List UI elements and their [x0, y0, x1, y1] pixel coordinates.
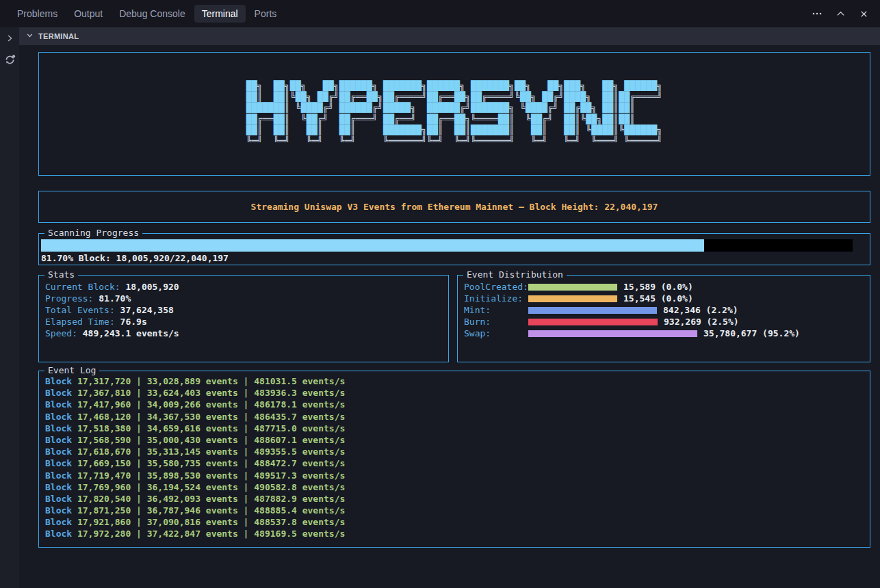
- event-log-row: Block 17,468,120 | 34,367,530 events | 4…: [45, 411, 864, 423]
- maximize-panel-icon[interactable]: [833, 7, 847, 21]
- progress-bar-fill: [41, 239, 704, 252]
- event-log-row: Block 17,871,250 | 36,787,946 events | 4…: [45, 505, 864, 516]
- terminal-section-title: TERMINAL: [38, 32, 79, 40]
- event-log-row: Block 17,568,590 | 35,000,430 events | 4…: [45, 434, 864, 446]
- event-log-row: Block 17,317,720 | 33,028,889 events | 4…: [45, 375, 864, 387]
- distribution-row: Mint:842,346 (2.2%): [464, 304, 864, 316]
- distribution-bar: [528, 319, 658, 325]
- stats-panel: Stats Current Block: 18,005,920Progress:…: [38, 275, 449, 362]
- event-log-panel: Event Log Block 17,317,720 | 33,028,889 …: [38, 371, 870, 548]
- event-log-row: Block 17,518,380 | 34,659,616 events | 4…: [45, 423, 864, 434]
- stat-row: Elapsed Time: 76.9s: [45, 316, 442, 328]
- terminal-section-header: TERMINAL: [19, 27, 880, 45]
- more-actions-icon[interactable]: [810, 7, 824, 21]
- chevron-right-icon[interactable]: [3, 32, 16, 44]
- tab-debug-console[interactable]: Debug Console: [112, 5, 193, 23]
- event-log-row: Block 17,972,280 | 37,422,847 events | 4…: [45, 528, 864, 539]
- hypersync-banner-box: ██╗ ██╗██╗ ██╗██████╗ ███████╗██████╗ ██…: [38, 52, 870, 176]
- vscode-bottom-panel: Problems Output Debug Console Terminal P…: [0, 0, 880, 588]
- chevron-down-icon[interactable]: [25, 30, 34, 42]
- scanning-progress-panel: Scanning Progress 81.70% Block: 18,005,9…: [38, 233, 870, 265]
- event-distribution-title: Event Distribution: [463, 269, 567, 280]
- stat-row: Progress: 81.70%: [45, 293, 442, 304]
- distribution-bar: [528, 284, 617, 291]
- tab-problems[interactable]: Problems: [10, 5, 65, 23]
- distribution-bar: [528, 330, 697, 337]
- event-distribution-rows: PoolCreated:15,589 (0.0%)Initialize:15,5…: [464, 281, 864, 339]
- event-log-row: Block 17,618,670 | 35,313,145 events | 4…: [45, 446, 864, 457]
- distribution-bar: [528, 307, 657, 314]
- stats-distribution-row: Stats Current Block: 18,005,920Progress:…: [38, 275, 870, 362]
- event-distribution-panel: Event Distribution PoolCreated:15,589 (0…: [457, 275, 870, 362]
- sync-icon[interactable]: [3, 53, 16, 66]
- stats-title: Stats: [44, 269, 78, 280]
- hypersync-ascii-art: ██╗ ██╗██╗ ██╗██████╗ ███████╗██████╗ ██…: [246, 81, 663, 147]
- stat-row: Current Block: 18,005,920: [45, 281, 442, 293]
- scanning-progress-title: Scanning Progress: [44, 228, 142, 239]
- event-log-row: Block 17,669,150 | 35,580,735 events | 4…: [45, 457, 864, 469]
- panel-left-strip: [0, 27, 19, 588]
- tab-output[interactable]: Output: [66, 5, 110, 23]
- progress-status-text: 81.70% Block: 18,005,920/22,040,197: [41, 253, 868, 263]
- event-log-row: Block 17,921,860 | 37,090,816 events | 4…: [45, 516, 864, 528]
- distribution-row: Initialize:15,545 (0.0%): [464, 293, 864, 304]
- distribution-row: Swap:35,780,677 (95.2%): [464, 328, 864, 339]
- event-log-rows: Block 17,317,720 | 33,028,889 events | 4…: [45, 375, 864, 540]
- event-log-row: Block 17,719,470 | 35,898,530 events | 4…: [45, 470, 864, 481]
- event-log-title: Event Log: [44, 365, 99, 376]
- tab-terminal[interactable]: Terminal: [194, 5, 246, 23]
- progress-bar-track: [41, 239, 853, 252]
- event-log-row: Block 17,820,540 | 36,492,093 events | 4…: [45, 493, 864, 505]
- terminal-output: ██╗ ██╗██╗ ██╗██████╗ ███████╗██████╗ ██…: [19, 45, 880, 588]
- event-log-row: Block 17,417,960 | 34,009,266 events | 4…: [45, 399, 864, 410]
- tab-ports[interactable]: Ports: [247, 5, 285, 23]
- close-panel-icon[interactable]: [857, 7, 870, 21]
- event-log-row: Block 17,367,810 | 33,624,403 events | 4…: [45, 387, 864, 399]
- stat-row: Total Events: 37,624,358: [45, 304, 442, 316]
- panel-controls: [810, 7, 880, 21]
- stream-message: Streaming Uniswap V3 Events from Ethereu…: [251, 202, 658, 212]
- event-log-row: Block 17,769,960 | 36,194,524 events | 4…: [45, 481, 864, 493]
- distribution-row: PoolCreated:15,589 (0.0%): [464, 281, 864, 293]
- stat-row: Speed: 489,243.1 events/s: [45, 328, 442, 339]
- stream-message-box: Streaming Uniswap V3 Events from Ethereu…: [38, 191, 870, 223]
- panel-tabbar: Problems Output Debug Console Terminal P…: [0, 0, 880, 27]
- distribution-bar: [528, 295, 617, 302]
- stats-rows: Current Block: 18,005,920Progress: 81.70…: [45, 281, 442, 339]
- distribution-row: Burn:932,269 (2.5%): [464, 316, 864, 328]
